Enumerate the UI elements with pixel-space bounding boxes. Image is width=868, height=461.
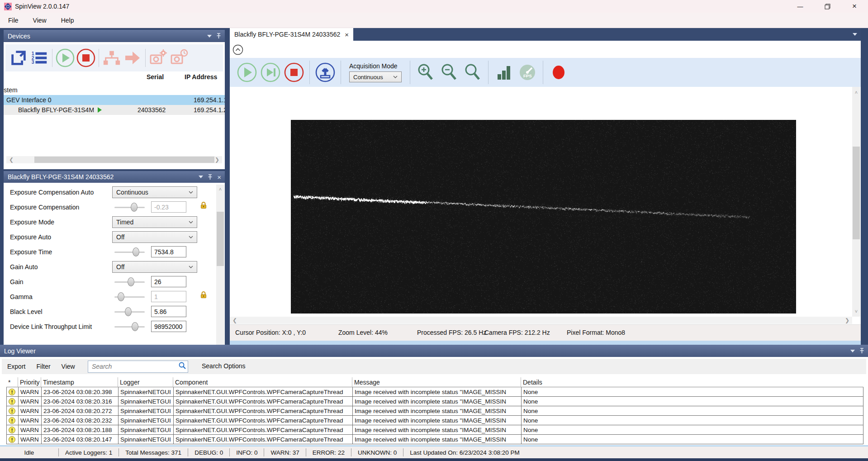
column-header[interactable]: Details bbox=[521, 377, 863, 387]
panel-menu-icon[interactable] bbox=[207, 35, 212, 38]
settings-panel-header: Blackfly BFLY-PGE-31S4M 24033562 × bbox=[4, 171, 225, 183]
camera-timer-icon[interactable] bbox=[169, 48, 190, 68]
close-button[interactable]: × bbox=[841, 0, 868, 13]
log-row[interactable]: !WARN23-06-2024 03:08:20.272SpinnakerNET… bbox=[6, 406, 863, 416]
histogram-icon[interactable] bbox=[492, 61, 516, 84]
menu-item-view[interactable]: View bbox=[27, 14, 53, 27]
log-menu-view[interactable]: View bbox=[56, 361, 81, 372]
column-header[interactable]: Component bbox=[173, 377, 352, 387]
collapse-toolbar-button[interactable] bbox=[232, 44, 243, 57]
search-icon[interactable] bbox=[178, 361, 186, 370]
pin-icon[interactable] bbox=[859, 348, 864, 354]
device-tree-row[interactable]: Blackfly BFLY-PGE-31S4M24033562169.254.1… bbox=[4, 105, 225, 115]
slider-thumb[interactable] bbox=[128, 277, 134, 286]
close-tab-icon[interactable]: × bbox=[345, 31, 349, 38]
setting-value-input[interactable] bbox=[151, 321, 186, 332]
start-acquisition-icon[interactable] bbox=[55, 48, 76, 68]
column-header[interactable]: Priority bbox=[18, 377, 41, 387]
scroll-down-icon[interactable]: ˅ bbox=[852, 309, 860, 314]
log-row[interactable]: !WARN23-06-2024 03:08:20.398SpinnakerNET… bbox=[6, 387, 863, 397]
close-panel-icon[interactable]: × bbox=[217, 173, 221, 181]
fps-gauge-icon[interactable]: FPS bbox=[516, 61, 539, 84]
scroll-left-icon[interactable]: ❮ bbox=[6, 157, 16, 163]
slider-thumb[interactable] bbox=[118, 292, 124, 301]
setting-slider[interactable] bbox=[114, 203, 145, 212]
setting-value-input[interactable] bbox=[151, 291, 186, 302]
start-stream-icon[interactable] bbox=[235, 61, 259, 84]
log-row[interactable]: !WARN23-06-2024 03:08:20.188SpinnakerNET… bbox=[6, 425, 863, 435]
slider-thumb[interactable] bbox=[125, 307, 132, 316]
scrollbar-thumb[interactable] bbox=[217, 212, 224, 266]
scrollbar-thumb[interactable] bbox=[853, 147, 860, 239]
scroll-right-icon[interactable]: ❯ bbox=[842, 317, 852, 323]
log-menu-filter[interactable]: Filter bbox=[31, 361, 56, 372]
log-row[interactable]: !WARN23-06-2024 03:08:20.147SpinnakerNET… bbox=[6, 435, 863, 444]
network-topology-icon[interactable] bbox=[101, 48, 122, 68]
setting-value-input[interactable] bbox=[151, 306, 186, 317]
setting-value-input[interactable] bbox=[151, 246, 186, 257]
minimize-button[interactable]: — bbox=[787, 0, 814, 13]
scroll-left-icon[interactable]: ❮ bbox=[230, 317, 240, 323]
column-header[interactable]: Message bbox=[352, 377, 521, 387]
scroll-up-icon[interactable]: ˄ bbox=[852, 90, 860, 95]
warning-cell: ! bbox=[7, 416, 19, 425]
setting-slider[interactable] bbox=[114, 307, 145, 316]
acquisition-mode-dropdown[interactable]: Continuous bbox=[349, 71, 402, 82]
setting-slider[interactable] bbox=[114, 322, 145, 331]
setting-slider[interactable] bbox=[114, 292, 145, 301]
device-tree-row[interactable]: System bbox=[4, 85, 225, 95]
refresh-device-list-icon[interactable] bbox=[8, 48, 29, 68]
search-options-button[interactable]: Search Options bbox=[195, 361, 252, 373]
device-list-order-icon[interactable]: 123 bbox=[29, 48, 50, 68]
menu-item-help[interactable]: Help bbox=[55, 14, 81, 27]
scroll-up-icon[interactable]: ˄ bbox=[216, 186, 224, 192]
device-serial: 24033562 bbox=[138, 106, 166, 114]
log-menu-export[interactable]: Export bbox=[2, 361, 31, 372]
zoom-out-icon[interactable] bbox=[437, 61, 461, 84]
stop-acquisition-icon[interactable] bbox=[76, 48, 96, 68]
setting-value-input[interactable] bbox=[151, 276, 186, 287]
tab-list-icon[interactable] bbox=[853, 33, 857, 36]
panel-menu-icon[interactable] bbox=[199, 176, 203, 178]
viewport-vertical-scrollbar[interactable]: ˄ ˅ bbox=[852, 87, 860, 317]
next-device-icon[interactable] bbox=[122, 48, 143, 68]
devices-horizontal-scrollbar[interactable]: ❮ ❯ bbox=[6, 156, 222, 163]
camera-settings-icon[interactable] bbox=[148, 48, 169, 68]
setting-slider[interactable] bbox=[114, 277, 145, 286]
slider-thumb[interactable] bbox=[132, 322, 138, 331]
menu-item-file[interactable]: File bbox=[2, 14, 25, 27]
setting-slider[interactable] bbox=[114, 247, 145, 257]
stop-stream-icon[interactable] bbox=[282, 61, 306, 84]
search-input[interactable] bbox=[88, 361, 188, 373]
zoom-fit-icon[interactable] bbox=[461, 61, 484, 84]
setting-dropdown[interactable]: Off bbox=[112, 261, 197, 273]
log-cell: 23-06-2024 03:08:20.232 bbox=[42, 416, 119, 425]
record-icon[interactable] bbox=[547, 61, 570, 84]
setting-dropdown[interactable]: Off bbox=[112, 231, 197, 243]
pin-icon[interactable] bbox=[216, 33, 221, 39]
slider-thumb[interactable] bbox=[131, 203, 138, 212]
panel-menu-icon[interactable] bbox=[850, 350, 855, 352]
stream-tab[interactable]: Blackfly BFLY-PGE-31S4M 24033562 × bbox=[230, 28, 353, 41]
image-viewport[interactable] bbox=[230, 87, 852, 317]
single-frame-icon[interactable] bbox=[259, 61, 282, 84]
scroll-right-icon[interactable]: ❯ bbox=[212, 157, 222, 163]
log-row[interactable]: !WARN23-06-2024 03:08:20.316SpinnakerNET… bbox=[6, 397, 863, 406]
pin-icon[interactable] bbox=[208, 174, 213, 180]
setting-value-input[interactable] bbox=[151, 201, 186, 213]
restore-button[interactable] bbox=[814, 0, 841, 13]
column-header[interactable]: Logger bbox=[118, 377, 173, 387]
zoom-in-icon[interactable] bbox=[414, 61, 437, 84]
column-header[interactable]: Timestamp bbox=[41, 377, 118, 387]
setting-dropdown[interactable]: Continuous bbox=[112, 186, 197, 198]
column-header[interactable]: * bbox=[6, 377, 18, 387]
device-tree-row[interactable]: GEV Interface 0169.254.1.1 bbox=[4, 95, 225, 105]
log-row[interactable]: !WARN23-06-2024 03:08:20.232SpinnakerNET… bbox=[6, 416, 863, 425]
chevron-down-icon bbox=[393, 76, 398, 78]
viewport-horizontal-scrollbar[interactable]: ❮ ❯ bbox=[230, 317, 852, 324]
setting-dropdown[interactable]: Timed bbox=[112, 216, 197, 228]
camera-image[interactable] bbox=[291, 120, 796, 314]
slider-thumb[interactable] bbox=[133, 247, 139, 257]
scrollbar-thumb[interactable] bbox=[34, 157, 214, 163]
save-images-icon[interactable] bbox=[313, 61, 337, 84]
